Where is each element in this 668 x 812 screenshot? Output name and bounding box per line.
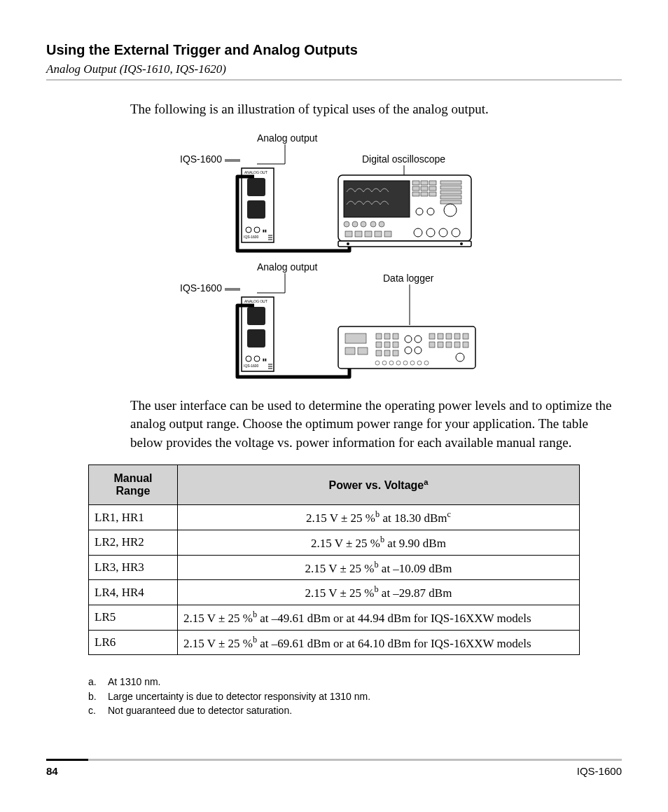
svg-rect-22 [421,192,428,196]
svg-rect-73 [384,350,390,356]
svg-rect-27 [440,195,461,199]
svg-point-45 [452,228,460,237]
table-header-range: Manual Range [89,465,178,505]
diagram-bottom-device-label: Data logger [383,273,434,284]
footnotes: a.At 1310 nm.b.Large uncertainty is due … [88,675,580,717]
table-row: LR3, HR32.15 V ± 25 %b at –10.09 dBm [89,555,580,580]
svg-point-44 [439,228,447,237]
svg-rect-25 [440,186,461,189]
table-cell-value: 2.15 V ± 25 %b at –10.09 dBm [178,555,580,580]
svg-point-35 [370,221,376,227]
svg-rect-57 [247,329,265,347]
svg-point-10 [254,227,260,233]
table-cell-range: LR1, HR1 [89,505,178,530]
svg-point-96 [417,361,422,365]
svg-text:IQS-1600: IQS-1600 [244,235,259,239]
table-row: LR62.15 V ± 25 %b at –69.61 dBm or at 64… [89,630,580,655]
svg-rect-37 [345,231,352,237]
svg-point-93 [396,361,401,365]
diagram-top-port-label: Analog output [257,132,318,144]
svg-rect-40 [375,231,382,237]
diagram-top-module-label: IQS-1600 [180,153,222,165]
svg-rect-87 [454,342,460,347]
svg-rect-81 [446,333,452,339]
svg-point-59 [254,356,260,362]
svg-rect-18 [412,186,419,191]
svg-rect-23 [429,192,436,196]
svg-text:ANALOG OUT: ANALOG OUT [244,170,267,174]
svg-point-36 [379,221,384,227]
table-cell-value: 2.15 V ± 25 %b at 18.30 dBmc [178,505,580,530]
diagram-svg: Analog output IQS-1600 Digital oscillosc… [166,129,502,381]
svg-point-76 [415,336,422,343]
svg-rect-46 [338,241,471,247]
iqs-module-icon: ANALOG OUT ▮▮ IQS-1600 [242,297,274,371]
iqs-module-icon: ANALOG OUT ▮▮ IQS-1600 [242,168,274,242]
power-voltage-table: Manual Range Power vs. Voltagea LR1, HR1… [88,465,580,655]
svg-rect-41 [384,231,391,237]
table-row: LR4, HR42.15 V ± 25 %b at –29.87 dBm [89,580,580,605]
svg-rect-67 [384,333,390,339]
svg-text:▮▮: ▮▮ [263,228,267,233]
table-cell-value: 2.15 V ± 25 %b at –69.61 dBm or at 64.10… [178,630,580,655]
svg-point-33 [352,221,358,227]
svg-rect-14 [344,181,410,217]
svg-rect-17 [429,181,436,185]
svg-text:ANALOG OUT: ANALOG OUT [244,299,267,303]
svg-point-58 [246,356,251,362]
svg-rect-70 [384,342,390,347]
svg-rect-7 [247,178,265,196]
diagram-bottom-module-label: IQS-1600 [180,282,222,294]
svg-point-29 [416,208,423,215]
svg-point-9 [246,227,251,233]
svg-rect-21 [412,192,419,196]
svg-point-43 [426,228,435,237]
svg-rect-74 [393,350,398,356]
intro-paragraph: The following is an illustration of typi… [130,100,615,119]
svg-point-32 [344,221,349,227]
svg-rect-80 [438,333,443,339]
table-row: LR1, HR12.15 V ± 25 %b at 18.30 dBmc [89,505,580,530]
svg-rect-38 [355,231,362,237]
page-number: 84 [46,765,58,777]
svg-text:IQS-1600: IQS-1600 [244,364,259,368]
svg-rect-86 [446,342,452,347]
page-footer: 84 IQS-1600 [46,759,622,777]
svg-point-92 [389,361,394,365]
svg-rect-68 [393,333,398,339]
table-cell-range: LR3, HR3 [89,555,178,580]
svg-text:▮▮: ▮▮ [263,357,267,362]
svg-rect-56 [247,307,265,325]
section-subtitle: Analog Output (IQS-1610, IQS-1620) [46,62,622,76]
table-container: Manual Range Power vs. Voltagea LR1, HR1… [88,465,580,655]
table-cell-value: 2.15 V ± 25 %b at –29.87 dBm [178,580,580,605]
svg-point-31 [444,204,457,216]
svg-rect-85 [438,342,443,347]
svg-rect-26 [440,191,461,194]
diagram-container: Analog output IQS-1600 Digital oscillosc… [46,129,622,381]
svg-rect-72 [376,350,382,356]
svg-point-89 [456,353,464,362]
svg-point-94 [403,361,408,365]
svg-rect-69 [376,342,382,347]
svg-rect-82 [454,333,460,339]
svg-rect-15 [412,181,419,185]
svg-rect-19 [421,186,428,191]
svg-point-97 [424,361,429,365]
section-title: Using the External Trigger and Analog Ou… [46,42,622,58]
svg-rect-83 [463,333,468,339]
svg-rect-16 [421,181,428,185]
svg-rect-64 [345,347,355,355]
table-row: LR2, HR22.15 V ± 25 %b at 9.90 dBm [89,530,580,556]
svg-point-75 [405,336,412,343]
svg-rect-24 [440,181,461,184]
table-header-power: Power vs. Voltagea [178,465,580,505]
table-cell-range: LR4, HR4 [89,580,178,605]
svg-rect-8 [247,200,265,219]
svg-point-42 [414,228,422,237]
svg-point-91 [382,361,387,365]
diagram-top-device-label: Digital oscilloscope [362,153,445,165]
table-cell-value: 2.15 V ± 25 %b at 9.90 dBm [178,530,580,556]
footnote: b.Large uncertainty is due to detector r… [88,689,580,703]
svg-point-78 [415,347,422,354]
